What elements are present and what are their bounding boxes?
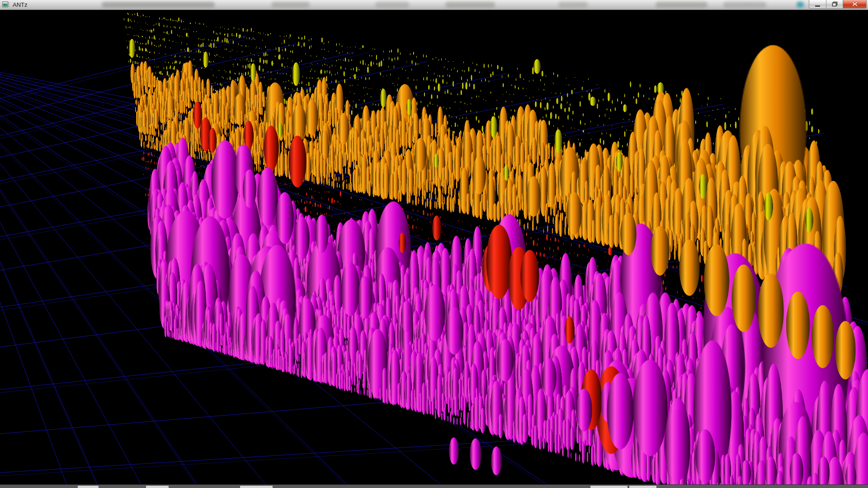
taskbar-button-top-edge bbox=[629, 486, 656, 488]
titlebar: ANTz bbox=[0, 0, 868, 10]
close-icon bbox=[852, 1, 858, 7]
antz-window: ANTz bbox=[0, 0, 868, 488]
window-controls bbox=[809, 0, 867, 9]
restore-icon bbox=[832, 1, 838, 7]
minimize-icon bbox=[815, 5, 820, 7]
titlebar-background-blur-blob bbox=[375, 2, 409, 8]
titlebar-background-blur-blob bbox=[656, 2, 708, 8]
maximize-button[interactable] bbox=[826, 0, 843, 9]
taskbar-button-top-edge bbox=[146, 486, 169, 488]
minimize-button[interactable] bbox=[809, 0, 826, 9]
app-icon bbox=[2, 1, 9, 9]
window-title: ANTz bbox=[13, 1, 28, 9]
titlebar-background-blur-blob bbox=[271, 2, 310, 8]
titlebar-background-blur-blob bbox=[102, 2, 215, 8]
viewport-3d-canvas[interactable] bbox=[0, 10, 868, 484]
taskbar-edge bbox=[0, 484, 868, 488]
close-button[interactable] bbox=[843, 0, 867, 9]
titlebar-background-blur-blob bbox=[723, 2, 766, 8]
taskbar-button-top-edge bbox=[590, 486, 627, 488]
antz-app-icon bbox=[2, 1, 9, 9]
taskbar-button-top-edge bbox=[240, 486, 273, 488]
taskbar-button-top-edge bbox=[78, 486, 99, 488]
titlebar-background-blur-blob bbox=[445, 2, 495, 8]
titlebar-background-blur-blob bbox=[558, 2, 588, 8]
titlebar-background-blur-blob bbox=[797, 2, 804, 8]
